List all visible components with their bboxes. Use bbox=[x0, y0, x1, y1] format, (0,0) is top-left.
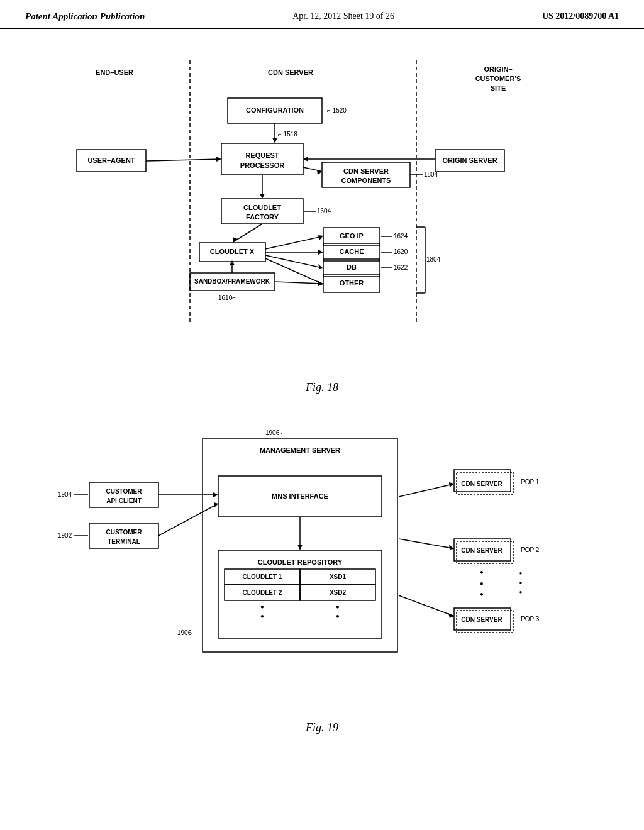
arrow-api-mns bbox=[213, 492, 218, 497]
main-content: END–USER CDN SERVER ORIGIN– CUSTOMER'S S… bbox=[0, 29, 644, 778]
origin-customer-label2: CUSTOMER'S bbox=[475, 75, 521, 82]
svg-line-33 bbox=[275, 282, 322, 284]
pop-dots6: • bbox=[519, 588, 523, 597]
sheet-label: Apr. 12, 2012 Sheet 19 of 26 bbox=[292, 11, 394, 21]
arrow-mns-cdn3 bbox=[448, 613, 454, 618]
mns-interface-label: MNS INTERFACE bbox=[272, 492, 328, 500]
figure-18-container: END–USER CDN SERVER ORIGIN– CUSTOMER'S S… bbox=[38, 42, 606, 394]
fig19-caption-text: Fig. 19 bbox=[306, 721, 338, 734]
end-user-label: END–USER bbox=[96, 69, 133, 76]
figure-19-container: 1906 ⌐ MANAGEMENT SERVER MNS INTERFACE C… bbox=[38, 413, 606, 734]
cloudlet-x-label: CLOUDLET X bbox=[210, 248, 255, 255]
cdn-server3-label: CDN SERVER bbox=[461, 616, 502, 623]
dots4: • bbox=[336, 611, 340, 623]
header-left: Patent Application Publication bbox=[25, 11, 145, 22]
cloudlet-repo-label: CLOUDLET REPOSITORY bbox=[258, 558, 343, 566]
cloudlet-factory-label: CLOUDLET bbox=[243, 204, 281, 211]
db-label: DB bbox=[347, 263, 357, 271]
svg-rect-4 bbox=[221, 143, 303, 175]
arrow-sandbox-other bbox=[318, 281, 323, 286]
header-center: Apr. 12, 2012 Sheet 19 of 26 bbox=[292, 11, 394, 21]
ref-1604: 1604 bbox=[317, 208, 331, 214]
cdn-components-label: CDN SERVER bbox=[343, 167, 389, 175]
ref-1906-top: 1906 ⌐ bbox=[265, 429, 285, 436]
ref-1624: 1624 bbox=[394, 233, 408, 240]
api-client-label: CUSTOMER bbox=[106, 488, 142, 495]
cloudlet-factory-label2: FACTORY bbox=[246, 213, 279, 221]
patent-header: Patent Application Publication Apr. 12, … bbox=[0, 0, 644, 29]
fig18-caption-text: Fig. 18 bbox=[306, 381, 338, 394]
ref-1902: 1902 ⌐ bbox=[58, 532, 77, 539]
ref-1804-brace: 1804 bbox=[426, 256, 441, 263]
ref-1622: 1622 bbox=[394, 264, 408, 271]
origin-server-label: ORIGIN SERVER bbox=[442, 157, 497, 164]
cdn-server1-label: CDN SERVER bbox=[461, 480, 502, 487]
user-agent-label: USER–AGENT bbox=[87, 157, 135, 164]
mgmt-server-label: MANAGEMENT SERVER bbox=[260, 446, 340, 454]
svg-line-56 bbox=[399, 595, 453, 616]
svg-line-21 bbox=[265, 258, 322, 284]
configuration-box-label: CONFIGURATION bbox=[246, 106, 304, 114]
cdn-server2-label: CDN SERVER bbox=[461, 547, 502, 554]
cdn-components-label2: COMPONENTS bbox=[341, 177, 391, 184]
terminal-label: CUSTOMER bbox=[106, 529, 142, 536]
arrow-os-rp bbox=[303, 157, 308, 162]
pop1-label: POP 1 bbox=[521, 479, 540, 485]
pop3-label: POP 3 bbox=[521, 616, 540, 622]
fig19-diagram: 1906 ⌐ MANAGEMENT SERVER MNS INTERFACE C… bbox=[39, 413, 605, 715]
origin-customer-label: ORIGIN– bbox=[484, 65, 512, 73]
svg-line-18 bbox=[265, 236, 322, 249]
header-right: US 2012/0089700 A1 bbox=[542, 11, 619, 21]
ref-1804: 1804 bbox=[424, 171, 438, 178]
fig18-diagram: END–USER CDN SERVER ORIGIN– CUSTOMER'S S… bbox=[39, 42, 605, 375]
ref-1610: 1610⌐ bbox=[218, 294, 236, 301]
arrow-mns-cdn2 bbox=[449, 545, 454, 550]
request-processor-label: REQUEST bbox=[245, 152, 279, 159]
cloudlet2-label: CLOUDLET 2 bbox=[243, 589, 282, 596]
api-client-label2: API CLIENT bbox=[106, 497, 142, 504]
arrow-config-down bbox=[272, 138, 277, 143]
svg-line-53 bbox=[399, 539, 453, 548]
pop-dots3: • bbox=[480, 589, 484, 601]
origin-customer-label3: SITE bbox=[491, 84, 506, 92]
publication-label: Patent Application Publication bbox=[25, 11, 145, 21]
arrow-ua-rp bbox=[216, 157, 221, 162]
pop-dots1: • bbox=[480, 567, 484, 579]
ref-1620: 1620 bbox=[394, 248, 408, 255]
cache-label: CACHE bbox=[339, 248, 364, 255]
pop-dots5: • bbox=[519, 578, 523, 588]
svg-line-20 bbox=[265, 255, 322, 268]
arrow-cx-db bbox=[318, 264, 323, 269]
arrow-rp-cf bbox=[260, 194, 265, 199]
xsd1-label: XSD1 bbox=[330, 573, 347, 580]
arrow-mns-cdn1 bbox=[449, 482, 454, 487]
ref-1520: ⌐ 1520 bbox=[327, 107, 347, 114]
arrow-cx-geoip bbox=[318, 235, 323, 240]
svg-line-6 bbox=[146, 159, 220, 161]
other-label: OTHER bbox=[340, 279, 364, 287]
dots2: • bbox=[260, 611, 264, 623]
fig19-caption: Fig. 19 bbox=[38, 721, 606, 734]
svg-line-47 bbox=[158, 504, 217, 536]
ref-1906-bottom: 1906⌐ bbox=[177, 629, 195, 636]
patent-number-label: US 2012/0089700 A1 bbox=[542, 11, 619, 21]
pop2-label: POP 2 bbox=[521, 546, 540, 553]
arrow-cx-cache bbox=[318, 250, 323, 255]
request-processor-label2: PROCESSOR bbox=[240, 162, 284, 169]
pop-dots4: • bbox=[519, 569, 523, 578]
ref-1518: ⌐ 1518 bbox=[278, 131, 297, 138]
svg-line-15 bbox=[234, 224, 262, 241]
cdn-server-label: CDN SERVER bbox=[268, 69, 313, 76]
ref-1904: 1904 ⌐ bbox=[58, 491, 77, 498]
fig18-caption: Fig. 18 bbox=[38, 381, 606, 394]
xsd2-label: XSD2 bbox=[330, 589, 347, 596]
cloudlet1-label: CLOUDLET 1 bbox=[243, 573, 282, 580]
terminal-label2: TERMINAL bbox=[108, 538, 140, 545]
geo-ip-label: GEO IP bbox=[340, 232, 364, 240]
sandbox-label: SANDBOX/FRAMEWORK bbox=[194, 278, 270, 285]
arrow-sandbox-cx bbox=[230, 260, 235, 265]
svg-line-50 bbox=[399, 484, 453, 497]
arrow-term-mns bbox=[214, 502, 218, 507]
arrow-mns-repo bbox=[297, 545, 303, 550]
